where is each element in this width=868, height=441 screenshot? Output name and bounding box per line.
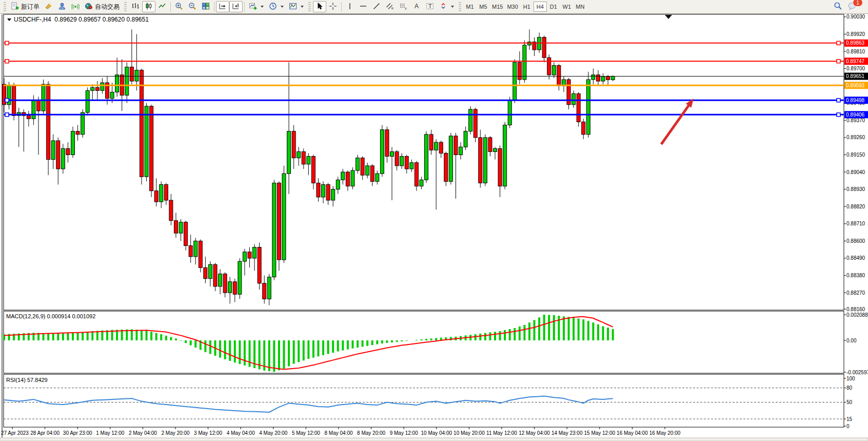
time-tick-label: 11 May 12:00 <box>486 430 517 436</box>
price-tick-label: 0.89040 <box>846 169 865 175</box>
symbol-period-label: USDCHF-,H4 <box>14 16 51 23</box>
rsi-value: 57.8429 <box>27 377 48 383</box>
mt4-terminal-window: 新订单 自动交易 <box>0 0 868 441</box>
price-tick-label: 0.88930 <box>846 186 865 192</box>
price-badge: 0.89651 <box>844 73 868 80</box>
price-badge: 0.89498 <box>844 97 868 104</box>
chart-title: USDCHF-,H4 0.89629 0.89657 0.89620 0.896… <box>7 16 149 23</box>
price-badge: 0.89593 <box>844 82 868 89</box>
horizontal-lines-layer[interactable] <box>4 41 844 116</box>
trend-arrow-annotation[interactable] <box>661 99 694 144</box>
rsi-axis-label: 80 <box>846 385 853 391</box>
price-tick-label: 0.89700 <box>846 66 865 71</box>
time-tick-label: 5 May 12:00 <box>292 430 320 436</box>
price-badge: 0.89406 <box>844 111 868 118</box>
macd-axis-label: -0.002597 <box>846 370 868 375</box>
time-tick-label: 16 May 04:00 <box>617 430 648 436</box>
time-tick-label: 16 May 20:00 <box>649 430 681 436</box>
rsi-axis-label: 15 <box>846 416 853 422</box>
macd-values: 0.000914 0.001092 <box>47 313 95 319</box>
price-badge-label: 0.89863 <box>846 40 865 46</box>
rsi-line <box>4 396 613 412</box>
macd-axis-label: 0.00 <box>846 338 857 343</box>
price-tick-label: 0.88160 <box>846 306 865 312</box>
time-tick-label: 2 May 20:00 <box>161 430 189 436</box>
collapse-arrow-icon[interactable] <box>7 18 11 21</box>
rsi-axis-label: 0 <box>846 424 850 429</box>
macd-histogram <box>4 315 613 372</box>
price-badge-label: 0.89498 <box>846 98 865 103</box>
price-tick-label: 0.88270 <box>846 290 865 296</box>
price-badge-label: 0.89593 <box>846 83 865 88</box>
price-tick-label: 0.89150 <box>846 152 865 158</box>
price-tick-label: 0.88600 <box>846 238 865 244</box>
time-tick-label: 4 May 04:00 <box>227 430 255 436</box>
time-tick-label: 28 Apr 04:00 <box>30 430 60 436</box>
macd-axis-label: 0.002088 <box>846 312 868 318</box>
macd-indicator-label: MACD(12,26,9) 0.000914 0.001092 <box>6 313 95 319</box>
candles-layer <box>3 29 615 305</box>
price-badge: 0.89747 <box>844 57 868 65</box>
rsi-axis-label: 50 <box>846 399 853 405</box>
time-tick-label: 3 May 12:00 <box>194 430 222 436</box>
time-tick-label: 8 May 04:00 <box>324 430 352 436</box>
rsi-indicator-label: RSI(14) 57.8429 <box>6 377 48 383</box>
chart-shift-marker[interactable] <box>665 15 672 19</box>
time-axis[interactable]: 27 Apr 202328 Apr 04:0030 Apr 23:001 May… <box>1 427 681 436</box>
time-tick-label: 12 May 04:00 <box>519 430 550 436</box>
price-tick-label: 0.88490 <box>846 255 865 261</box>
price-badge: 0.89863 <box>844 40 868 47</box>
price-tick-label: 0.90030 <box>846 14 865 20</box>
chart-canvas[interactable]: 0.900300.899200.898100.897000.895900.894… <box>0 0 868 441</box>
price-tick-label: 0.88710 <box>846 221 865 226</box>
price-tick-label: 0.88380 <box>846 273 865 278</box>
price-tick-label: 0.89260 <box>846 135 865 140</box>
time-tick-label: 30 Apr 23:00 <box>63 430 92 436</box>
time-tick-label: 15 May 12:00 <box>584 430 615 436</box>
time-tick-label: 1 May 12:00 <box>96 430 124 436</box>
time-tick-label: 10 May 04:00 <box>421 430 452 436</box>
rsi-name: RSI(14) <box>6 377 26 383</box>
price-tick-label: 0.89810 <box>846 49 865 54</box>
time-tick-label: 2 May 04:00 <box>129 430 157 436</box>
price-tick-label: 0.89920 <box>846 31 865 37</box>
ohlc-values: 0.89629 0.89657 0.89620 0.89651 <box>54 16 149 23</box>
price-tick-label: 0.89370 <box>846 118 865 123</box>
price-tick-label: 0.88820 <box>846 204 865 209</box>
time-tick-label: 4 May 20:00 <box>259 430 287 436</box>
time-tick-label: 8 May 20:00 <box>357 430 385 436</box>
time-tick-label: 27 Apr 2023 <box>1 430 29 436</box>
price-axis[interactable]: 0.900300.899200.898100.897000.895900.894… <box>844 14 868 429</box>
price-badge-label: 0.89406 <box>846 112 865 118</box>
time-tick-label: 9 May 12:00 <box>390 430 418 436</box>
macd-name: MACD(12,26,9) <box>6 313 45 319</box>
rsi-axis-label: 100 <box>846 376 855 381</box>
time-tick-label: 10 May 20:00 <box>453 430 485 436</box>
price-badge-label: 0.89651 <box>846 73 865 79</box>
price-badge-label: 0.89747 <box>846 59 865 64</box>
time-tick-label: 14 May 23:00 <box>551 430 583 436</box>
